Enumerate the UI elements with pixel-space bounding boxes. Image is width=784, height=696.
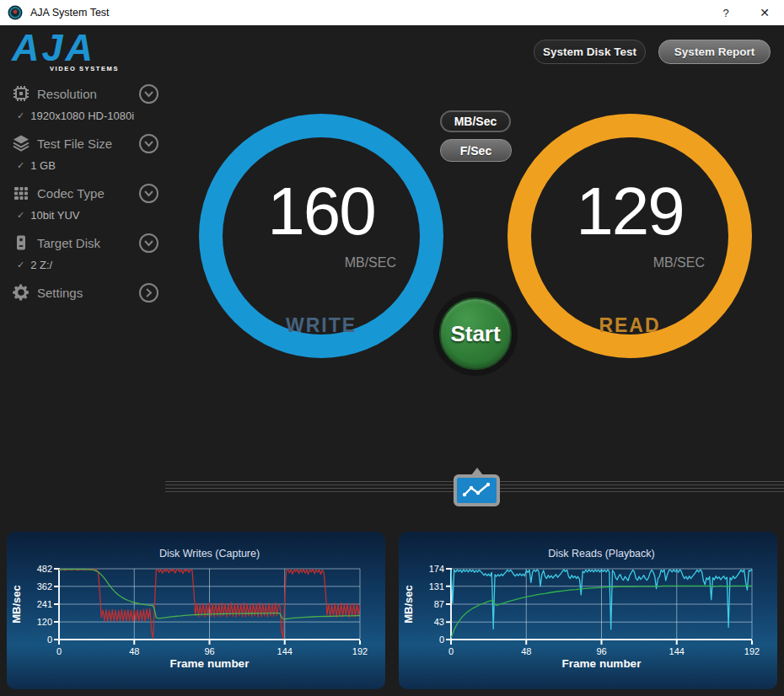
svg-text:96: 96 — [596, 646, 606, 656]
svg-text:192: 192 — [744, 646, 760, 656]
svg-text:120: 120 — [37, 617, 52, 627]
chevron-down-icon[interactable] — [139, 134, 158, 153]
sidebar-item-test-file-size[interactable]: Test File Size — [10, 132, 158, 154]
svg-text:144: 144 — [277, 646, 293, 656]
system-disk-test-button[interactable]: System Disk Test — [534, 40, 646, 64]
svg-text:192: 192 — [352, 646, 368, 656]
check-icon: ✓ — [17, 110, 24, 121]
titlebar: AJA System Test ? ✕ — [0, 0, 784, 25]
close-button[interactable]: ✕ — [745, 0, 784, 25]
sidebar-item-label: Target Disk — [37, 236, 139, 250]
sidebar-value-label: 1 GB — [30, 159, 56, 172]
svg-text:174: 174 — [429, 564, 444, 574]
svg-text:241: 241 — [37, 599, 52, 609]
chevron-right-icon[interactable] — [139, 283, 158, 302]
svg-text:MB/sec: MB/sec — [10, 585, 23, 624]
sidebar-value-label: 2 Z:/ — [30, 259, 52, 271]
chevron-down-icon[interactable] — [139, 184, 158, 203]
svg-text:362: 362 — [37, 581, 52, 592]
svg-text:131: 131 — [429, 581, 444, 592]
svg-text:482: 482 — [37, 564, 52, 574]
sidebar-value-test-file-size[interactable]: ✓ 1 GB — [17, 159, 160, 172]
start-button-label: Start — [450, 321, 500, 347]
unit-toggle-mbsec[interactable]: MB/Sec — [440, 110, 511, 132]
read-gauge: 129 MB/SEC READ — [507, 114, 752, 358]
sidebar-item-label: Resolution — [37, 87, 139, 101]
svg-text:48: 48 — [521, 646, 531, 656]
app-icon — [8, 5, 23, 20]
sidebar-item-codec-type[interactable]: Codec Type — [10, 182, 158, 204]
disk-writes-chart: 012024136248204896144192Disk Writes (Cap… — [7, 532, 385, 689]
logo-subtext: VIDEO SYSTEMS — [50, 65, 155, 72]
chip-icon — [10, 83, 32, 104]
disk-reads-chart: 0438713117404896144192Disk Reads (Playba… — [399, 532, 777, 689]
svg-text:0: 0 — [448, 646, 454, 656]
sidebar-value-codec-type[interactable]: ✓ 10bit YUV — [17, 209, 160, 222]
svg-text:0: 0 — [56, 646, 62, 656]
svg-text:0: 0 — [439, 634, 444, 645]
svg-text:144: 144 — [669, 646, 685, 656]
check-icon: ✓ — [17, 210, 24, 221]
write-value: 160 — [199, 178, 443, 245]
start-button[interactable]: Start — [433, 292, 518, 376]
gear-icon — [10, 281, 32, 303]
start-button-face[interactable]: Start — [439, 297, 512, 370]
svg-text:87: 87 — [434, 599, 444, 609]
svg-text:MB/sec: MB/sec — [402, 585, 415, 624]
svg-text:Frame number: Frame number — [170, 657, 250, 670]
svg-text:43: 43 — [434, 617, 444, 627]
check-icon: ✓ — [17, 160, 24, 171]
trend-chart-icon — [454, 474, 500, 506]
svg-text:Disk Reads (Playback): Disk Reads (Playback) — [548, 548, 654, 559]
check-icon: ✓ — [17, 260, 24, 270]
disk-writes-panel: 012024136248204896144192Disk Writes (Cap… — [7, 532, 385, 689]
sidebar-item-settings[interactable]: Settings — [10, 281, 158, 303]
write-unit: MB/SEC — [199, 255, 396, 270]
help-button[interactable]: ? — [706, 0, 745, 25]
sidebar-item-resolution[interactable]: Resolution — [10, 83, 158, 104]
read-unit: MB/SEC — [507, 255, 705, 270]
window-title: AJA System Test — [30, 7, 110, 19]
grid-icon — [10, 182, 32, 204]
read-value: 129 — [507, 178, 752, 245]
sidebar-item-label: Test File Size — [37, 137, 139, 151]
sidebar-item-label: Codec Type — [37, 186, 139, 201]
disk-reads-panel: 0438713117404896144192Disk Reads (Playba… — [399, 532, 777, 689]
chevron-down-icon[interactable] — [139, 84, 158, 104]
write-gauge: 160 MB/SEC WRITE — [199, 114, 443, 358]
write-label: WRITE — [199, 314, 443, 337]
unit-toggle-fsec[interactable]: F/Sec — [440, 139, 512, 162]
read-label: READ — [507, 314, 752, 337]
sidebar-value-label: 10bit YUV — [30, 209, 79, 222]
sidebar-value-label: 1920x1080 HD-1080i — [30, 110, 134, 122]
graph-panel-toggle[interactable] — [454, 468, 500, 506]
system-report-button[interactable]: System Report — [658, 40, 771, 64]
logo-text: AJA — [12, 29, 155, 67]
svg-text:Disk Writes (Capture): Disk Writes (Capture) — [159, 548, 260, 559]
main-content: AJA VIDEO SYSTEMS System Disk Test Syste… — [0, 25, 784, 696]
svg-text:48: 48 — [129, 646, 139, 656]
sidebar-value-target-disk[interactable]: ✓ 2 Z:/ — [17, 259, 160, 271]
sidebar-item-target-disk[interactable]: Target Disk — [10, 232, 158, 254]
svg-text:0: 0 — [47, 634, 52, 645]
sidebar-value-resolution[interactable]: ✓ 1920x1080 HD-1080i — [17, 110, 160, 122]
layers-icon — [10, 132, 32, 154]
sidebar-item-label: Settings — [37, 286, 139, 300]
app-window: AJA System Test ? ✕ AJA VIDEO SYSTEMS Sy… — [0, 0, 784, 696]
aja-logo: AJA VIDEO SYSTEMS — [12, 29, 155, 76]
svg-text:Frame number: Frame number — [562, 657, 642, 670]
hard-drive-icon — [10, 232, 32, 254]
chevron-down-icon[interactable] — [139, 233, 158, 253]
svg-text:96: 96 — [204, 646, 214, 656]
